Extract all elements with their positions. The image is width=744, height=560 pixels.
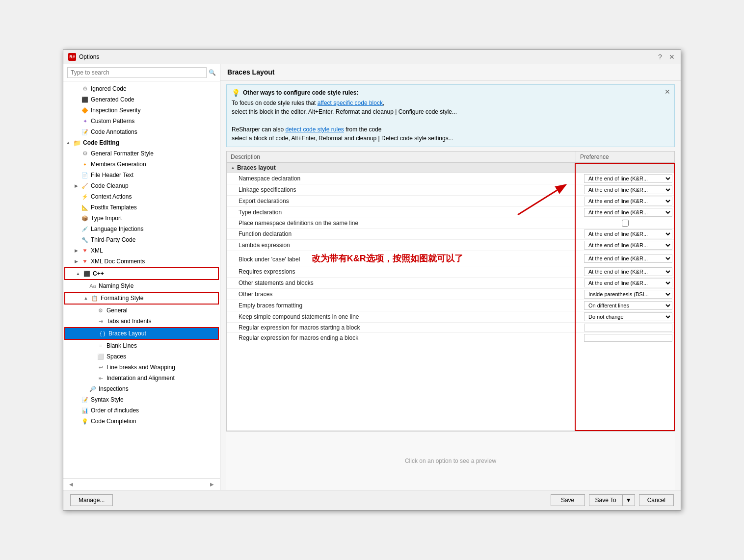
tree-item-inspections[interactable]: 🔎 Inspections bbox=[63, 383, 220, 394]
tree-label: Inspection Severity bbox=[91, 107, 140, 114]
cpp-code-icon: ⬛ bbox=[83, 270, 91, 278]
section-toggle[interactable]: ▲ bbox=[231, 165, 235, 170]
tree-toggle bbox=[73, 151, 79, 156]
info-banner: 💡 Other ways to configure code style rul… bbox=[226, 84, 675, 147]
tree-item-indentation-alignment[interactable]: ⇤ Indentation and Alignment bbox=[63, 373, 220, 383]
tree-toggle: ▲ bbox=[75, 271, 81, 277]
xml-icon: 🔻 bbox=[81, 247, 89, 255]
export-decl-select[interactable]: At the end of line (K&R... bbox=[584, 197, 672, 205]
row-desc: Other statements and blocks bbox=[227, 278, 576, 288]
tree-item-third-party-code[interactable]: 🔧 Third-Party Code bbox=[63, 234, 220, 245]
linkage-spec-select[interactable]: At the end of line (K&R... bbox=[584, 185, 672, 194]
function-decl-select[interactable]: At the end of line (K&R... bbox=[584, 229, 672, 238]
scroll-right-btn[interactable]: ▶ bbox=[208, 481, 216, 488]
search-icon: 🔍 bbox=[209, 69, 216, 76]
namespace-same-line-checkbox[interactable] bbox=[622, 220, 629, 227]
empty-braces-select[interactable]: On different lines bbox=[584, 301, 672, 310]
row-pref: At the end of line (K&R... bbox=[576, 207, 674, 218]
tree-label: Indentation and Alignment bbox=[106, 375, 175, 382]
lambda-expr-select[interactable]: At the end of line (K&R... bbox=[584, 241, 672, 250]
tree-item-language-injections[interactable]: 💉 Language Injections bbox=[63, 224, 220, 234]
tree-item-file-header-text[interactable]: 📄 File Header Text bbox=[63, 170, 220, 180]
member-icon: 🔸 bbox=[81, 160, 89, 168]
table-row: Linkage specifications At the end of lin… bbox=[227, 184, 674, 196]
cancel-button[interactable]: Cancel bbox=[639, 494, 674, 506]
linebreak-icon: ↩ bbox=[97, 363, 105, 371]
title-bar-left: R# Options bbox=[68, 53, 99, 61]
tree-toggle bbox=[73, 418, 79, 424]
help-button[interactable]: ? bbox=[656, 53, 664, 61]
tree-item-order-includes[interactable]: 📊 Order of #includes bbox=[63, 405, 220, 416]
tree-toggle bbox=[89, 343, 95, 349]
regex-start-input[interactable] bbox=[584, 324, 672, 331]
tree-item-inspection-severity[interactable]: 🔶 Inspection Severity bbox=[63, 105, 220, 116]
other-stmts-select[interactable]: At the end of line (K&R... bbox=[584, 279, 672, 287]
tree-item-cpp[interactable]: ▲ ⬛ C++ bbox=[64, 267, 219, 280]
table-row: Other statements and blocks At the end o… bbox=[227, 278, 674, 289]
regex-end-input[interactable] bbox=[584, 334, 672, 342]
pattern-icon: ✦ bbox=[81, 117, 89, 125]
tree-item-tabs-and-indents[interactable]: ⇥ Tabs and Indents bbox=[63, 316, 220, 327]
row-desc: Empty braces formatting bbox=[227, 301, 576, 310]
tree-item-ignored-code[interactable]: ⚙ Ignored Code bbox=[63, 83, 220, 94]
tree-item-braces-layout[interactable]: { } Braces Layout bbox=[64, 327, 219, 340]
tree-item-naming-style[interactable]: Aa Naming Style bbox=[63, 280, 220, 291]
context-icon: ⚡ bbox=[81, 193, 89, 201]
tree-label: General bbox=[106, 307, 128, 314]
tree-item-blank-lines[interactable]: ≡ Blank Lines bbox=[63, 340, 220, 351]
tree-item-context-actions[interactable]: ⚡ Context Actions bbox=[63, 191, 220, 202]
type-decl-select[interactable]: At the end of line (K&R... bbox=[584, 208, 672, 217]
scroll-left-btn[interactable]: ◀ bbox=[67, 481, 75, 488]
tree-item-general-formatter-style[interactable]: ⚙ General Formatter Style bbox=[63, 148, 220, 159]
tree-item-syntax-style[interactable]: 📝 Syntax Style bbox=[63, 394, 220, 405]
tree-label: Blank Lines bbox=[106, 342, 137, 349]
info-close-button[interactable]: ✕ bbox=[664, 88, 670, 96]
manage-button[interactable]: Manage... bbox=[70, 494, 113, 506]
save-button[interactable]: Save bbox=[551, 494, 585, 506]
search-input[interactable] bbox=[67, 67, 207, 78]
table-row: Requires expressions At the end of line … bbox=[227, 266, 674, 278]
tree-item-general[interactable]: ⚙ General bbox=[63, 305, 220, 316]
tree: ⚙ Ignored Code ⬛ Generated Code 🔶 bbox=[63, 81, 220, 478]
tree-item-spaces[interactable]: ⬜ Spaces bbox=[63, 351, 220, 362]
tree-item-type-import[interactable]: 📦 Type Import bbox=[63, 213, 220, 224]
detect-link[interactable]: detect code style rules bbox=[285, 126, 344, 133]
syntax-icon: 📝 bbox=[81, 396, 89, 404]
tree-item-xml[interactable]: ▶ 🔻 XML bbox=[63, 245, 220, 256]
keep-simple-select[interactable]: Do not change bbox=[584, 312, 672, 321]
tree-item-formatting-style[interactable]: ▲ 📋 Formatting Style bbox=[64, 292, 219, 305]
close-button[interactable]: ✕ bbox=[668, 53, 676, 61]
tree-label: Inspections bbox=[99, 385, 129, 392]
tree-item-xml-doc-comments[interactable]: ▶ 🔻 XML Doc Comments bbox=[63, 256, 220, 267]
tree-item-custom-patterns[interactable]: ✦ Custom Patterns bbox=[63, 116, 220, 127]
tree-item-code-cleanup[interactable]: ▶ 🧹 Code Cleanup bbox=[63, 180, 220, 191]
save-to-button[interactable]: Save To bbox=[589, 494, 622, 506]
tree-label: Code Completion bbox=[91, 418, 136, 425]
right-header: Braces Layout bbox=[220, 64, 681, 80]
info-banner-text: To focus on code style rules that affect… bbox=[232, 99, 669, 143]
tree-item-members-generation[interactable]: 🔸 Members Generation bbox=[63, 159, 220, 170]
block-case-select[interactable]: At the end of line (K&R... bbox=[584, 254, 672, 263]
tabs-icon: ⇥ bbox=[97, 317, 105, 325]
bottom-bar: Manage... Save Save To ▼ Cancel bbox=[63, 490, 681, 510]
inspect-icon: 🔶 bbox=[81, 106, 89, 114]
dialog-body: 🔍 ⚙ Ignored Code ⬛ Generated Code bbox=[63, 64, 681, 490]
tree-item-line-breaks[interactable]: ↩ Line breaks and Wrapping bbox=[63, 362, 220, 373]
tree-item-code-completion[interactable]: 💡 Code Completion bbox=[63, 416, 220, 427]
table-row: Type declaration At the end of line (K&R… bbox=[227, 207, 674, 218]
row-desc: Lambda expression bbox=[227, 240, 576, 250]
save-to-dropdown-button[interactable]: ▼ bbox=[622, 494, 635, 506]
tree-item-generated-code[interactable]: ⬛ Generated Code bbox=[63, 94, 220, 105]
tree-item-postfix-templates[interactable]: 📐 Postfix Templates bbox=[63, 202, 220, 213]
namespace-decl-select[interactable]: At the end of line (K&R... bbox=[584, 174, 672, 183]
requires-expr-select[interactable]: At the end of line (K&R... bbox=[584, 267, 672, 276]
tree-toggle bbox=[89, 375, 95, 381]
other-braces-select[interactable]: Inside parenthesis (BSI... bbox=[584, 290, 672, 299]
includes-icon: 📊 bbox=[81, 407, 89, 414]
tree-label: Third-Party Code bbox=[91, 236, 135, 243]
table-row: Lambda expression At the end of line (K&… bbox=[227, 240, 674, 251]
tree-label: Members Generation bbox=[91, 161, 146, 168]
tree-item-code-editing[interactable]: ▲ 📁 Code Editing bbox=[63, 137, 220, 148]
affect-link[interactable]: affect specific code block bbox=[318, 100, 383, 106]
tree-item-code-annotations[interactable]: 📝 Code Annotations bbox=[63, 127, 220, 137]
